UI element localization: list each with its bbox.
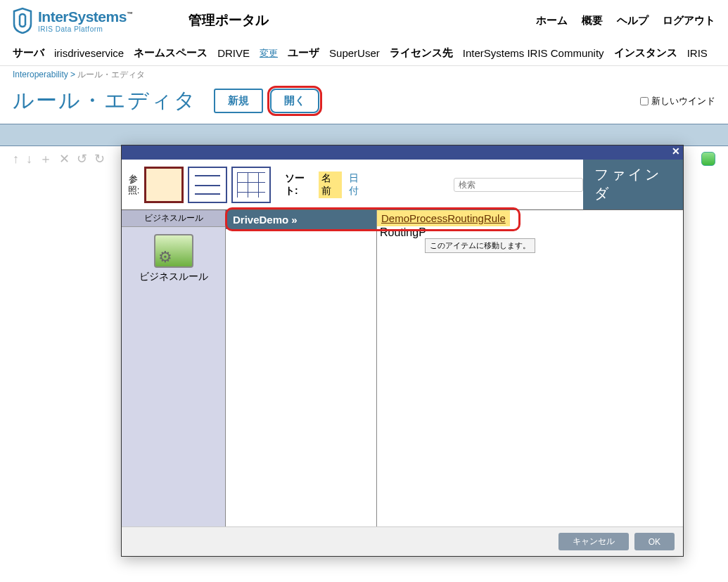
namespace-value: DRIVE bbox=[217, 47, 250, 59]
category-header: ビジネスルール bbox=[122, 210, 225, 227]
nav-logout[interactable]: ログアウト bbox=[663, 14, 715, 27]
sort-label: ソート: bbox=[285, 172, 314, 198]
package-column: DriveDemo bbox=[226, 210, 377, 526]
nav-overview[interactable]: 概要 bbox=[582, 14, 603, 27]
sort-controls: ソート: 名前 日付 bbox=[285, 172, 369, 198]
breadcrumb: Interoperability > ルール・エディタ bbox=[0, 65, 728, 84]
ok-button[interactable]: OK bbox=[634, 533, 675, 550]
browse-label: 参照: bbox=[122, 174, 141, 195]
business-rule-icon[interactable] bbox=[154, 234, 193, 268]
ribbon bbox=[0, 124, 728, 146]
delete-icon[interactable]: ✕ bbox=[59, 151, 70, 167]
redo-icon[interactable]: ↻ bbox=[94, 151, 105, 167]
open-button[interactable]: 開く bbox=[270, 89, 319, 113]
new-window-label: 新しいウインド bbox=[651, 95, 715, 108]
new-window-option[interactable]: 新しいウインド bbox=[640, 95, 715, 108]
license-label: ライセンス先 bbox=[390, 46, 453, 60]
dialog-footer: キャンセル OK bbox=[122, 526, 683, 556]
finder-label: ファインダ bbox=[583, 160, 683, 209]
up-icon[interactable]: ↑ bbox=[13, 152, 19, 167]
breadcrumb-current: ルール・エディタ bbox=[77, 70, 145, 79]
rule-item-partial[interactable]: RoutingP bbox=[377, 225, 429, 240]
info-bar: サーバ irisdriveservice ネームスペース DRIVE 変更 ユー… bbox=[0, 41, 728, 65]
cancel-button[interactable]: キャンセル bbox=[558, 533, 629, 550]
top-nav: ホーム 概要 ヘルプ ログアウト bbox=[536, 14, 715, 27]
instance-value: IRIS bbox=[687, 47, 708, 59]
user-label: ユーザ bbox=[288, 46, 319, 60]
namespace-label: ネームスペース bbox=[134, 46, 207, 60]
sort-by-date[interactable]: 日付 bbox=[346, 172, 369, 198]
instance-label: インスタンス bbox=[614, 46, 677, 60]
new-button[interactable]: 新規 bbox=[214, 89, 263, 113]
page-title: ルール・エディタ bbox=[13, 86, 197, 115]
down-icon[interactable]: ↓ bbox=[26, 152, 32, 167]
view-grid-button[interactable] bbox=[231, 167, 271, 203]
nav-help[interactable]: ヘルプ bbox=[617, 14, 649, 27]
search-input[interactable] bbox=[454, 178, 583, 192]
breadcrumb-sep: > bbox=[70, 70, 75, 79]
undo-icon[interactable]: ↺ bbox=[77, 151, 87, 167]
user-value: SuperUser bbox=[329, 47, 380, 59]
view-mode-buttons bbox=[144, 167, 271, 203]
change-namespace-link[interactable]: 変更 bbox=[260, 47, 278, 60]
license-value: InterSystems IRIS Community bbox=[463, 47, 604, 59]
view-list-button[interactable] bbox=[188, 167, 227, 203]
dialog-titlebar: ✕ bbox=[122, 146, 683, 160]
page-header: ルール・エディタ 新規 開く 新しいウインド bbox=[0, 84, 728, 124]
dialog-toolbar: 参照: ソート: 名前 日付 ファインダ bbox=[122, 160, 683, 210]
breadcrumb-root[interactable]: Interoperability bbox=[13, 70, 68, 79]
rule-column: DemoProcessRoutingRule RoutingP このアイテムに移… bbox=[377, 210, 683, 526]
package-item[interactable]: DriveDemo bbox=[226, 210, 376, 229]
category-label: ビジネスルール bbox=[122, 271, 225, 283]
sort-by-name[interactable]: 名前 bbox=[319, 172, 342, 198]
dialog-body: ビジネスルール ビジネスルール DriveDemo DemoProcessRou… bbox=[122, 210, 683, 526]
tooltip: このアイテムに移動します。 bbox=[425, 238, 535, 253]
portal-title: 管理ポータル bbox=[189, 11, 269, 30]
plus-icon[interactable]: ＋ bbox=[39, 150, 52, 167]
nav-home[interactable]: ホーム bbox=[536, 14, 568, 27]
view-columns-button[interactable] bbox=[144, 167, 184, 203]
close-icon[interactable]: ✕ bbox=[672, 146, 680, 157]
logo-subtitle: IRIS Data Platform bbox=[38, 25, 132, 33]
status-indicator-icon bbox=[701, 152, 715, 166]
logo: InterSystems™ IRIS Data Platform bbox=[13, 7, 132, 34]
logo-icon bbox=[13, 7, 32, 34]
action-buttons: 新規 開く bbox=[214, 89, 319, 113]
category-pane: ビジネスルール ビジネスルール bbox=[122, 210, 226, 526]
server-value: irisdriveservice bbox=[54, 47, 124, 59]
new-window-checkbox[interactable] bbox=[640, 97, 649, 105]
logo-text: InterSystems™ bbox=[38, 8, 132, 25]
open-dialog: ✕ 参照: ソート: 名前 日付 ファインダ ビジネスルール ビジネスルール D… bbox=[121, 145, 684, 557]
header: InterSystems™ IRIS Data Platform 管理ポータル … bbox=[0, 0, 728, 41]
rule-item-demo-routing[interactable]: DemoProcessRoutingRule bbox=[377, 210, 510, 226]
server-label: サーバ bbox=[13, 46, 44, 60]
